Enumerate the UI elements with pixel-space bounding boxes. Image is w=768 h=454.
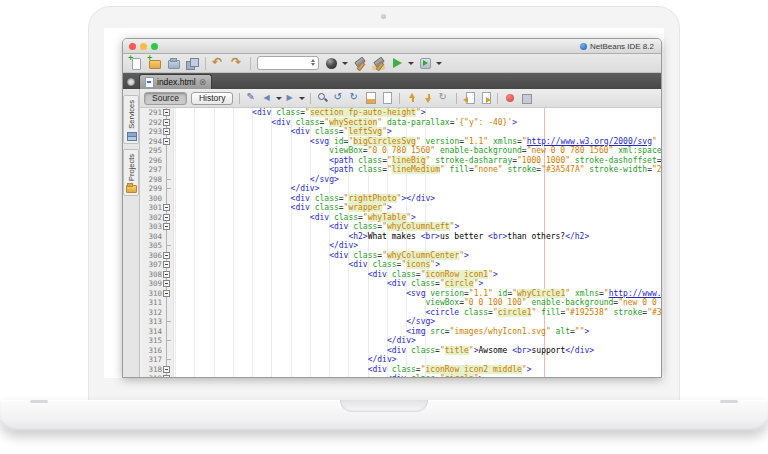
gutter-row: 302 [140,213,173,223]
next-bookmark-icon[interactable] [406,92,418,104]
source-view-button[interactable]: Source [144,92,187,105]
code-line[interactable]: <div class="whyTable"> [175,213,661,223]
new-file-icon[interactable] [129,57,142,70]
minimize-window-button[interactable] [140,43,147,50]
dropdown-caret-icon[interactable] [275,92,281,105]
code-line[interactable]: <div class="iconRow icon1"> [175,270,661,280]
code-line[interactable]: <h2>What makes <br>us better <br>than ot… [175,232,661,242]
code-line[interactable]: <path class="lineMedium" fill="none" str… [175,165,661,175]
dropdown-caret-icon[interactable] [407,57,413,70]
code-fold-toggle[interactable] [163,375,170,377]
close-window-button[interactable] [129,43,136,50]
sidebar-tab-services[interactable]: Services [123,95,139,144]
code-line[interactable]: viewBox="0 0 780 1560" enable-background… [175,146,661,156]
code-line[interactable]: <div class="iconRow icon2 middle"> [175,365,661,375]
previous-bookmark-icon[interactable] [422,92,434,104]
record-macro-icon[interactable] [504,92,516,104]
code-line[interactable]: <div class="whySection" data-parallax='{… [175,118,661,128]
new-project-icon[interactable] [148,57,161,70]
run-icon[interactable] [391,57,404,70]
code-line[interactable]: <div class="whyColumnCenter"> [175,251,661,261]
close-tab-icon[interactable]: ⊗ [199,78,207,87]
code-fold-toggle[interactable] [163,271,170,278]
combo-stepper-icon[interactable] [309,58,316,67]
shift-right-icon[interactable] [479,92,491,104]
code-line[interactable]: <img src="images/whyIcon1.svg" alt=""> [175,327,661,337]
code-fold-toggle[interactable] [163,119,170,126]
last-edit-icon[interactable] [246,92,258,104]
code-line[interactable]: <div class="rightPhoto"></div> [175,194,661,204]
code-line[interactable]: <div class="circle"> [175,374,661,377]
code-line[interactable]: <svg version="1.1" id="whyCircle1" xmlns… [175,289,661,299]
window-titlebar[interactable]: NetBeans IDE 8.2 [123,39,661,54]
code-fold-toggle[interactable] [163,128,170,135]
history-view-button[interactable]: History [191,92,233,105]
dropdown-caret-icon[interactable] [435,57,441,70]
code-fold-toggle[interactable] [163,252,170,259]
find-next-icon[interactable] [349,92,361,104]
code-line[interactable]: </svg> [175,317,661,327]
code-fold-toggle[interactable] [163,109,170,116]
code-line[interactable]: <div class="section fp-auto-height"> [175,108,661,118]
code-fold-toggle[interactable] [163,261,170,268]
zoom-window-button[interactable] [151,43,158,50]
document-switcher-button[interactable] [127,78,135,86]
stop-macro-icon[interactable] [520,92,532,104]
code-fold-toggle[interactable] [163,214,170,221]
line-number: 303 [140,222,164,231]
code-line[interactable]: </div> [175,355,661,365]
toggle-bookmark-icon[interactable] [438,92,450,104]
code-line[interactable]: <div class="icons"> [175,260,661,270]
code-line[interactable]: </div> [175,241,661,251]
code-fold-toggle[interactable] [163,366,170,373]
code-fold-toggle[interactable] [163,138,170,145]
clean-build-icon[interactable] [372,57,385,70]
select-document-icon[interactable] [381,92,393,104]
code-line[interactable]: <div class="whyColumnLeft"> [175,222,661,232]
open-project-icon[interactable] [167,57,180,70]
find-previous-icon[interactable] [333,92,345,104]
code-line[interactable]: <div class="circle"> [175,279,661,289]
dropdown-caret-icon[interactable] [298,92,304,105]
line-number: 302 [140,213,164,222]
code-line[interactable]: <div class="title">Awsome <br>support</d… [175,346,661,356]
undo-icon[interactable] [212,57,225,70]
dropdown-caret-icon[interactable] [341,57,347,70]
gutter-row: 294 [140,137,173,147]
back-icon[interactable] [262,92,274,104]
code-line[interactable]: viewBox="0 0 100 100" enable-background=… [175,298,661,308]
line-number: 297 [140,165,164,174]
find-selection-icon[interactable] [317,92,329,104]
shift-left-icon[interactable] [463,92,475,104]
line-number: 300 [140,194,164,203]
window-title-group: NetBeans IDE 8.2 [580,39,654,53]
gutter-row: 293 [140,127,173,137]
build-icon[interactable] [353,57,366,70]
browser-icon[interactable] [325,57,338,70]
code-line[interactable]: <div class="wrapper"> [175,203,661,213]
code-line[interactable]: </svg> [175,175,661,185]
code-line[interactable]: </div> [175,336,661,346]
save-all-icon[interactable] [186,57,199,70]
code-fold-toggle[interactable] [163,290,170,297]
sidebar-tab-projects[interactable]: Projects [123,149,139,196]
config-combobox[interactable] [257,56,319,70]
code-fold-toggle[interactable] [163,223,170,230]
debug-icon[interactable] [419,57,432,70]
code-line[interactable]: <circle class="circle1" fill="#192538" s… [175,308,661,318]
tab-label: index.html [157,77,196,87]
line-number: 291 [140,108,164,117]
gutter-row: 295 [140,146,173,156]
gutter-row: 305 [140,241,173,251]
toggle-highlight-icon[interactable] [365,92,377,104]
code-line[interactable]: <div class="leftSvg"> [175,127,661,137]
tab-index-html[interactable]: index.html ⊗ [139,74,212,89]
code-fold-toggle[interactable] [163,280,170,287]
forward-icon[interactable] [285,92,297,104]
redo-icon[interactable] [231,57,244,70]
code-line[interactable]: <path class="lineBig" stroke-dasharray="… [175,156,661,166]
code-line[interactable]: <svg id="bigCirclesSvg" version="1.1" xm… [175,137,661,147]
code-fold-toggle[interactable] [163,204,170,211]
code-line[interactable]: </div> [175,184,661,194]
code-area[interactable]: <div class="section fp-auto-height"> <di… [174,108,661,377]
